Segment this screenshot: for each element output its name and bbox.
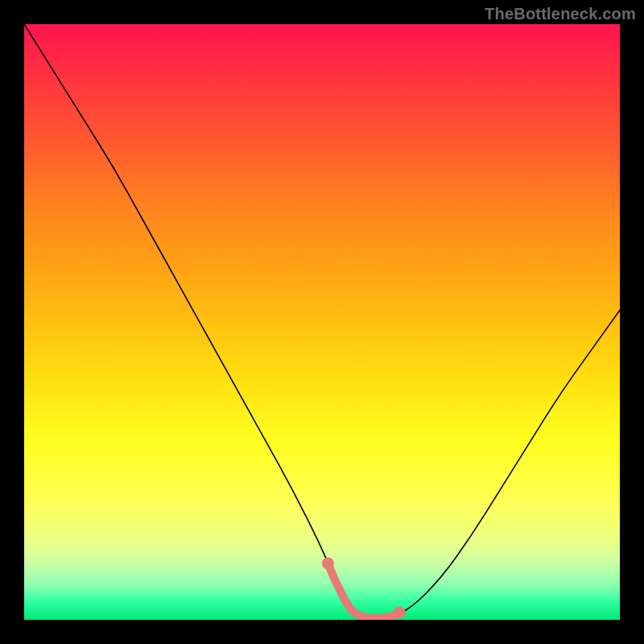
chart-svg [24, 24, 620, 620]
svg-point-1 [394, 607, 406, 619]
svg-point-0 [322, 557, 334, 569]
watermark-text: TheBottleneck.com [485, 5, 636, 23]
chart-frame: TheBottleneck.com [0, 0, 644, 644]
curve-highlight [322, 557, 406, 618]
plot-area [24, 24, 620, 620]
curve-line [24, 24, 620, 618]
